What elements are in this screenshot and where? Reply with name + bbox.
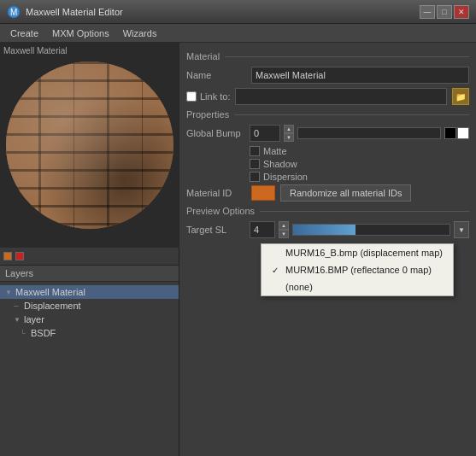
- global-bump-input[interactable]: [250, 125, 280, 142]
- link-to-label: Link to:: [200, 91, 230, 102]
- app-icon: M: [7, 5, 21, 19]
- dispersion-row: Dispersion: [250, 172, 469, 182]
- link-to-checkbox[interactable]: [186, 91, 197, 102]
- material-section-header: Material: [186, 51, 469, 61]
- window-title: Maxwell Material Editor: [26, 7, 123, 17]
- link-to-checkbox-label[interactable]: Link to:: [186, 91, 230, 102]
- matte-label: Matte: [263, 146, 287, 156]
- target-sl-dropdown[interactable]: ▼: [454, 221, 469, 238]
- sphere-render: [6, 61, 173, 229]
- dropdown-label-2: (none): [285, 282, 313, 292]
- global-bump-arrows: ▲ ▼: [284, 125, 294, 142]
- expand-icon-layer: ▼: [14, 316, 21, 324]
- main-content: Maxwell Material Layers ▼ Maxwell Materi…: [0, 43, 476, 456]
- expand-icon-bsdf: └: [21, 330, 27, 337]
- svg-text:M: M: [10, 8, 17, 17]
- global-bump-slider[interactable]: [297, 127, 441, 139]
- global-bump-up[interactable]: ▲: [284, 125, 294, 133]
- preview-label: Maxwell Material: [3, 46, 67, 56]
- swatches-row: [0, 248, 179, 265]
- preview-area: Maxwell Material: [0, 43, 179, 248]
- orange-swatch[interactable]: [3, 252, 12, 260]
- red-swatch[interactable]: [15, 252, 24, 260]
- expand-icon-displacement: ─: [14, 302, 21, 310]
- dropdown-label-0: MURM16_B.bmp (displacement map): [285, 248, 443, 258]
- shadow-row: Shadow: [250, 159, 469, 169]
- dropdown-item-1[interactable]: ✓ MURM16.BMP (reflectance 0 map): [262, 261, 453, 278]
- global-bump-row: Global Bump ▲ ▼: [186, 125, 469, 142]
- properties-section-title: Properties: [186, 109, 234, 120]
- sphere-shading: [6, 61, 173, 229]
- properties-section-line: [234, 114, 469, 115]
- target-sl-slider[interactable]: [292, 224, 450, 236]
- dispersion-checkbox[interactable]: [250, 172, 260, 182]
- global-bump-down[interactable]: ▼: [284, 133, 294, 142]
- black-swatch[interactable]: [444, 127, 456, 139]
- shadow-label: Shadow: [263, 159, 297, 169]
- menu-bar: Create MXM Options Wizards: [0, 24, 476, 43]
- preview-sphere: [0, 61, 179, 248]
- preview-options-title: Preview Options: [186, 206, 260, 216]
- layer-label-bsdf: BSDF: [31, 328, 56, 338]
- target-sl-arrows: ▲ ▼: [279, 221, 289, 238]
- dropdown-item-0[interactable]: MURM16_B.bmp (displacement map): [262, 244, 453, 261]
- layer-label-layer: layer: [24, 314, 44, 324]
- layer-bsdf[interactable]: └ BSDF: [0, 326, 179, 340]
- target-sl-fill: [293, 225, 356, 235]
- dropdown-label-1: MURM16.BMP (reflectance 0 map): [285, 265, 432, 275]
- check-0: [272, 248, 280, 258]
- restore-button[interactable]: □: [437, 5, 452, 19]
- preview-options-header: Preview Options: [186, 206, 469, 216]
- layers-tree: ▼ Maxwell Material ─ Displacement ▼ laye…: [0, 282, 179, 343]
- matte-checkbox[interactable]: [250, 146, 260, 156]
- name-input[interactable]: [251, 67, 469, 84]
- properties-section-header: Properties: [186, 109, 469, 120]
- window-controls: — □ ✕: [420, 5, 469, 19]
- check-1: ✓: [272, 266, 280, 275]
- shadow-checkbox[interactable]: [250, 159, 260, 169]
- layers-header: Layers: [0, 266, 179, 282]
- name-label: Name: [186, 70, 246, 80]
- target-sl-row: Target SL ▲ ▼ ▼: [186, 221, 469, 238]
- title-bar: M Maxwell Material Editor — □ ✕: [0, 0, 476, 24]
- dropdown-menu: MURM16_B.bmp (displacement map) ✓ MURM16…: [261, 243, 454, 296]
- material-section-title: Material: [186, 51, 225, 61]
- color-swatch-pair: [444, 127, 469, 139]
- link-row: Link to: 📁: [186, 88, 469, 105]
- menu-create[interactable]: Create: [3, 26, 45, 40]
- layer-layer[interactable]: ▼ layer: [0, 313, 179, 326]
- material-id-row: Material ID Randomize all material IDs: [186, 184, 469, 202]
- material-id-label: Material ID: [186, 188, 246, 198]
- material-id-color[interactable]: [251, 185, 275, 201]
- target-sl-input[interactable]: [250, 221, 275, 238]
- layer-displacement[interactable]: ─ Displacement: [0, 299, 179, 313]
- check-2: [272, 283, 280, 292]
- right-panel: Material Name Link to: 📁 Properties Glob…: [179, 43, 476, 456]
- menu-mxm-options[interactable]: MXM Options: [45, 26, 116, 40]
- left-panel: Maxwell Material Layers ▼ Maxwell Materi…: [0, 43, 179, 456]
- target-sl-down[interactable]: ▼: [279, 230, 289, 238]
- menu-wizards[interactable]: Wizards: [116, 26, 164, 40]
- material-section-line: [225, 56, 469, 57]
- link-to-input[interactable]: [235, 88, 447, 105]
- close-button[interactable]: ✕: [454, 5, 469, 19]
- dispersion-label: Dispersion: [263, 172, 308, 182]
- preview-options-line: [260, 211, 469, 212]
- dropdown-item-2[interactable]: (none): [262, 278, 453, 295]
- minimize-button[interactable]: —: [420, 5, 435, 19]
- white-swatch[interactable]: [457, 127, 469, 139]
- matte-row: Matte: [250, 146, 469, 156]
- folder-button[interactable]: 📁: [452, 88, 469, 105]
- target-sl-up[interactable]: ▲: [279, 221, 289, 230]
- layers-panel: Layers ▼ Maxwell Material ─ Displacement…: [0, 265, 179, 456]
- global-bump-label: Global Bump: [186, 128, 246, 138]
- layer-maxwell-material[interactable]: ▼ Maxwell Material: [0, 285, 179, 299]
- name-row: Name: [186, 67, 469, 84]
- expand-icon-maxwell: ▼: [5, 289, 12, 296]
- target-sl-label: Target SL: [186, 225, 246, 235]
- layer-label-displacement: Displacement: [24, 301, 81, 311]
- randomize-button[interactable]: Randomize all material IDs: [280, 184, 411, 202]
- layer-label-maxwell: Maxwell Material: [15, 287, 85, 297]
